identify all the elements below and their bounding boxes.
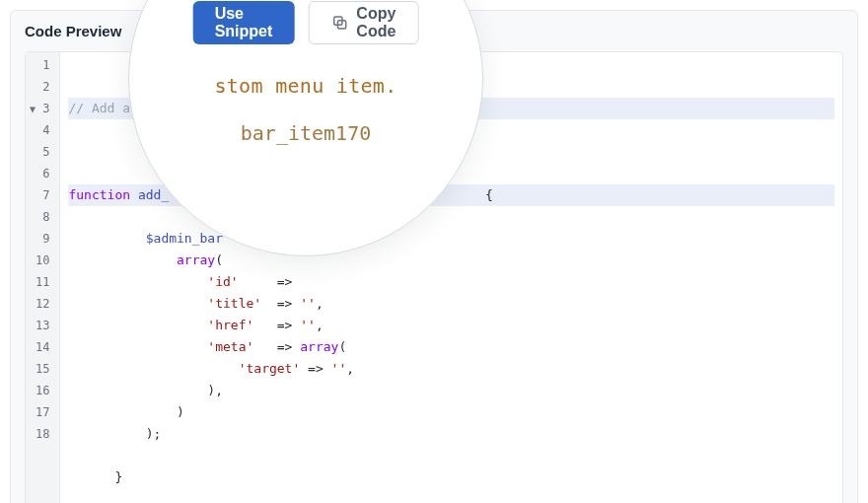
magnified-code-line-1: stom menu item. [214, 74, 397, 98]
line-number: 13 [36, 315, 49, 336]
line-gutter: ▼ 1 2 3 4 5 6 7 8 9 10 11 12 13 14 15 16… [26, 52, 60, 503]
line-number: 18 [36, 423, 49, 445]
use-snippet-button[interactable]: Use Snippet [193, 1, 295, 44]
line-number: 17 [36, 401, 49, 423]
line-number: 15 [36, 358, 49, 380]
code-line [114, 144, 122, 159]
code-line: 'id' => [114, 274, 292, 289]
code-line: array( [114, 252, 223, 267]
comment-text: // Add a [68, 101, 130, 115]
code-line: ) [114, 404, 183, 419]
code-line: 'meta' => array( [114, 339, 346, 354]
line-number: 3 [36, 98, 49, 119]
magnified-button-row: Use Snippet Copy Code [193, 1, 419, 44]
code-line: ); [114, 426, 161, 441]
line-number: 1 [36, 54, 49, 76]
fold-triangle-icon[interactable]: ▼ [30, 99, 36, 120]
line-number: 9 [36, 228, 49, 250]
line-number: 14 [36, 336, 49, 358]
line-number: 4 [36, 119, 49, 141]
line-number: 11 [36, 271, 49, 293]
code-line: $admin_bar [114, 231, 223, 246]
button-label: Copy Code [356, 5, 396, 40]
line-number: 8 [36, 206, 49, 228]
line-number: 10 [36, 250, 49, 271]
copy-icon [330, 14, 348, 32]
copy-code-button[interactable]: Copy Code [308, 1, 418, 44]
code-line: } [114, 469, 122, 484]
code-line: ), [114, 383, 223, 397]
code-line: 'title' => '', [114, 296, 323, 311]
line-number: 12 [36, 293, 49, 315]
line-number: 6 [36, 163, 49, 184]
line-number: 7 [36, 184, 49, 206]
magnified-code-line-2: bar_item170 [241, 121, 371, 145]
line-number: 5 [36, 141, 49, 163]
line-number: 2 [36, 76, 49, 98]
code-line: 'href' => '', [114, 318, 323, 332]
code-line: 'target' => '', [114, 361, 354, 376]
button-label: Use Snippet [215, 5, 273, 40]
line-number: 16 [36, 380, 49, 401]
